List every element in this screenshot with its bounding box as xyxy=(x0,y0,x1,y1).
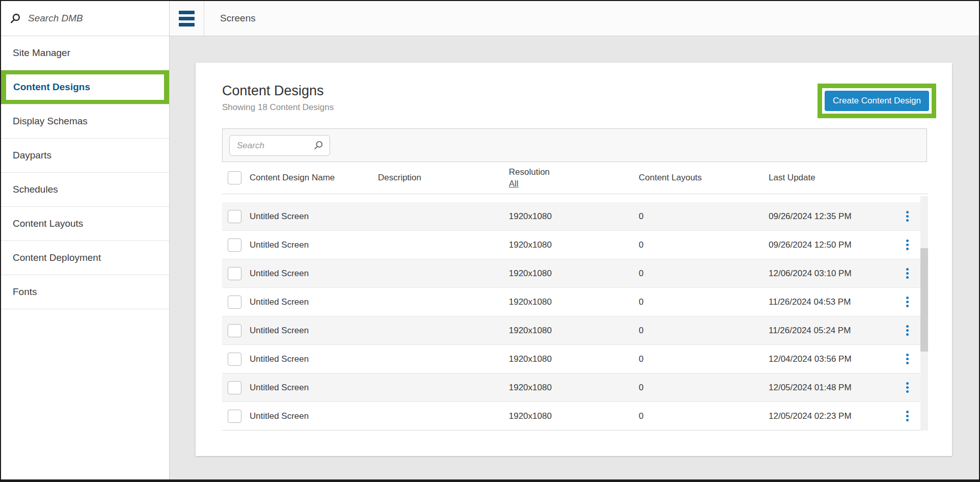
sidebar-item-label: Display Schemas xyxy=(13,116,88,127)
cell-content-layouts: 0 xyxy=(639,240,769,250)
cell-content-design-name: Untitled Screen xyxy=(250,326,378,336)
row-checkbox[interactable] xyxy=(228,324,241,337)
table-bottom-border xyxy=(222,430,928,431)
table-row[interactable]: Untitled Screen 1920x1080 0 12/06/2024 0… xyxy=(222,259,920,288)
column-header-content-layouts: Content Layouts xyxy=(639,173,769,183)
sidebar-item-content-designs[interactable]: Content Designs xyxy=(1,70,169,104)
row-menu-button[interactable] xyxy=(904,380,911,395)
cell-last-update: 12/06/2024 03:10 PM xyxy=(769,269,894,279)
cell-resolution: 1920x1080 xyxy=(509,354,639,364)
sidebar-search-input[interactable] xyxy=(28,13,160,24)
table-search-box xyxy=(229,135,330,156)
cell-content-design-name: Untitled Screen xyxy=(250,211,378,222)
cell-resolution: 1920x1080 xyxy=(509,383,639,393)
sidebar-item-schedules[interactable]: Schedules xyxy=(1,173,169,207)
sidebar-nav: Site Manager Content Designs Display Sch… xyxy=(1,36,169,309)
row-menu-button[interactable] xyxy=(904,294,911,309)
sidebar-item-dayparts[interactable]: Dayparts xyxy=(1,139,169,173)
cell-last-update: 09/26/2024 12:35 PM xyxy=(769,211,894,222)
cell-last-update: 09/26/2024 12:50 PM xyxy=(769,240,894,250)
sidebar-item-fonts[interactable]: Fonts xyxy=(1,275,169,309)
search-icon xyxy=(10,13,21,24)
select-all-checkbox[interactable] xyxy=(228,171,241,184)
row-menu-button[interactable] xyxy=(904,352,911,366)
cell-content-layouts: 0 xyxy=(639,383,769,393)
section-subtitle: Showing 18 Content Designs xyxy=(222,102,334,113)
cell-content-design-name: Untitled Screen xyxy=(250,269,378,279)
cell-content-layouts: 0 xyxy=(639,269,769,279)
sidebar-item-label: Dayparts xyxy=(13,150,51,161)
sidebar-item-label: Content Layouts xyxy=(13,218,83,229)
cell-content-layouts: 0 xyxy=(639,326,769,336)
row-checkbox[interactable] xyxy=(228,210,241,223)
cell-last-update: 11/26/2024 04:53 PM xyxy=(769,297,894,307)
cell-content-design-name: Untitled Screen xyxy=(250,383,378,393)
search-icon xyxy=(313,140,324,151)
table-row[interactable]: Untitled Screen 1920x1080 0 12/05/2024 0… xyxy=(222,402,920,431)
table-row[interactable]: Untitled Screen 1920x1080 0 11/26/2024 0… xyxy=(222,316,920,345)
table-row[interactable]: Untitled Screen 1920x1080 0 11/26/2024 0… xyxy=(222,288,920,316)
sidebar-item-label: Content Designs xyxy=(13,82,90,93)
row-menu-button[interactable] xyxy=(904,323,911,338)
sidebar-item-label: Fonts xyxy=(13,286,37,298)
cell-content-layouts: 0 xyxy=(639,297,769,307)
row-checkbox[interactable] xyxy=(228,296,241,309)
table-row[interactable]: Untitled Screen 1920x1080 0 12/04/2024 0… xyxy=(222,345,920,373)
cell-last-update: 12/04/2024 03:56 PM xyxy=(769,354,894,364)
cell-content-design-name: Untitled Screen xyxy=(250,297,378,307)
cell-resolution: 1920x1080 xyxy=(509,211,639,222)
annotation-highlight-create-button: Create Content Design xyxy=(818,84,936,118)
column-header-name: Content Design Name xyxy=(250,173,378,183)
resolution-filter-all-link[interactable]: All xyxy=(509,179,519,189)
table-row[interactable]: Untitled Screen 1920x1080 0 09/26/2024 1… xyxy=(222,202,920,231)
cell-resolution: 1920x1080 xyxy=(509,240,639,250)
sidebar-item-site-manager[interactable]: Site Manager xyxy=(1,36,169,70)
sidebar-item-content-deployment[interactable]: Content Deployment xyxy=(1,241,169,275)
section-title: Content Designs xyxy=(222,83,324,99)
sidebar-item-display-schemas[interactable]: Display Schemas xyxy=(1,104,169,139)
sidebar: Site Manager Content Designs Display Sch… xyxy=(1,1,170,479)
column-header-last-update: Last Update xyxy=(769,173,894,183)
app-window: Site Manager Content Designs Display Sch… xyxy=(0,0,980,482)
cell-content-layouts: 0 xyxy=(639,354,769,364)
main-area: Content Designs Showing 18 Content Desig… xyxy=(170,36,979,479)
cell-resolution: 1920x1080 xyxy=(509,297,639,307)
cell-content-design-name: Untitled Screen xyxy=(250,240,378,250)
cell-resolution: 1920x1080 xyxy=(509,326,639,336)
cell-content-layouts: 0 xyxy=(639,211,769,222)
row-menu-button[interactable] xyxy=(904,237,911,252)
hamburger-icon xyxy=(179,11,195,26)
cell-last-update: 12/05/2024 01:48 PM xyxy=(769,383,894,393)
sidebar-item-label: Site Manager xyxy=(13,47,70,59)
sidebar-search xyxy=(1,1,169,36)
scrollbar-thumb[interactable] xyxy=(920,248,928,352)
content-designs-panel: Content Designs Showing 18 Content Desig… xyxy=(196,63,952,456)
topbar: Screens xyxy=(170,1,979,36)
column-header-description: Description xyxy=(378,173,509,183)
table-row[interactable]: Untitled Screen 1920x1080 0 09/26/2024 1… xyxy=(222,231,920,259)
menu-toggle-button[interactable] xyxy=(170,1,204,36)
row-checkbox[interactable] xyxy=(228,353,241,366)
table-scrollbar[interactable] xyxy=(920,196,928,431)
cell-content-design-name: Untitled Screen xyxy=(250,411,378,421)
row-menu-button[interactable] xyxy=(904,266,911,281)
sidebar-item-content-layouts[interactable]: Content Layouts xyxy=(1,207,169,241)
table-row[interactable]: Untitled Screen 1920x1080 0 12/05/2024 0… xyxy=(222,373,920,402)
cell-last-update: 11/26/2024 05:24 PM xyxy=(769,326,894,336)
column-header-resolution: Resolution All xyxy=(509,167,639,189)
create-content-design-button[interactable]: Create Content Design xyxy=(825,91,929,111)
sidebar-item-label: Content Deployment xyxy=(13,252,101,263)
page-title: Screens xyxy=(220,13,256,24)
row-menu-button[interactable] xyxy=(904,209,911,224)
row-menu-button[interactable] xyxy=(904,409,911,423)
sidebar-item-label: Schedules xyxy=(13,184,58,195)
cell-content-layouts: 0 xyxy=(639,411,769,421)
row-checkbox[interactable] xyxy=(228,410,241,423)
cell-resolution: 1920x1080 xyxy=(509,269,639,279)
row-checkbox[interactable] xyxy=(228,267,241,280)
table-body: Untitled Screen 1920x1080 0 09/26/2024 1… xyxy=(222,202,920,431)
row-checkbox[interactable] xyxy=(228,238,241,252)
cell-resolution: 1920x1080 xyxy=(509,411,639,421)
cell-last-update: 12/05/2024 02:23 PM xyxy=(769,411,894,421)
row-checkbox[interactable] xyxy=(228,381,241,394)
